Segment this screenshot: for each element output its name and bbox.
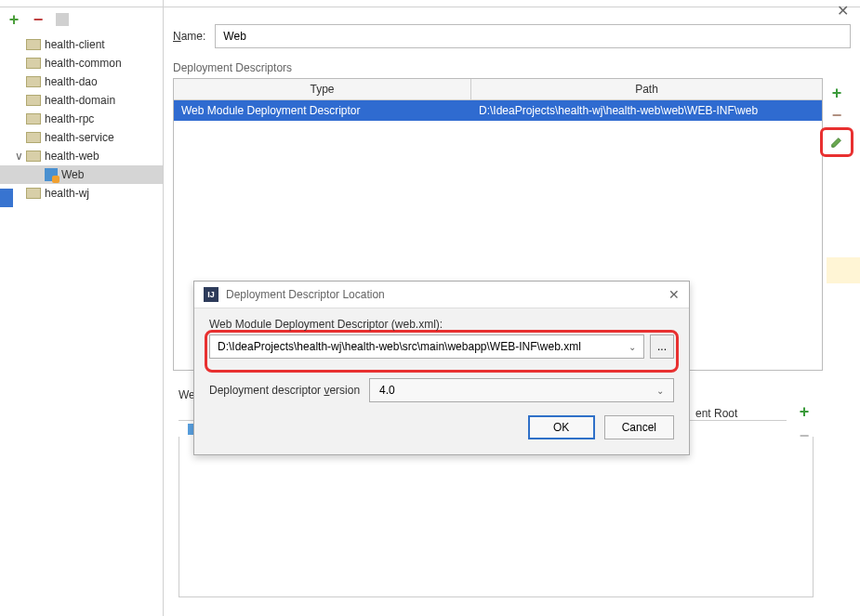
folder-icon: [26, 113, 41, 125]
intellij-icon: IJ: [204, 287, 218, 302]
tree-label: health-wj: [45, 187, 89, 200]
cell-type: Web Module Deployment Descriptor: [174, 100, 471, 121]
table-header: Type Path: [174, 79, 822, 100]
descriptors-side-buttons: + −: [823, 78, 851, 371]
tree-item-health-wj[interactable]: health-wj: [0, 184, 163, 203]
tree-label: health-domain: [45, 94, 115, 107]
facet-name-input[interactable]: [215, 24, 851, 48]
edit-button-highlight: [820, 127, 853, 157]
folder-icon: [26, 95, 41, 106]
folder-icon: [26, 151, 41, 162]
dialog-body: Web Module Deployment Descriptor (web.xm…: [194, 308, 689, 454]
dialog-buttons: OK Cancel: [209, 415, 674, 449]
tree-item-web-facet[interactable]: Web: [0, 165, 163, 184]
dialog-close-icon[interactable]: ✕: [668, 287, 680, 302]
add-module-icon[interactable]: +: [7, 13, 20, 26]
th-type: Type: [174, 79, 471, 99]
tree-selection-stripe: [0, 189, 13, 207]
descriptor-path-label: Web Module Deployment Descriptor (web.xm…: [209, 318, 674, 331]
tree-item-health-client[interactable]: health-client: [0, 35, 163, 54]
dialog-titlebar: IJ Deployment Descriptor Location ✕: [194, 282, 689, 308]
pencil-icon: [830, 136, 843, 149]
folder-icon: [26, 76, 41, 87]
tree-item-health-domain[interactable]: health-domain: [0, 91, 163, 110]
version-label: Deployment descriptor version: [209, 384, 360, 397]
folder-icon: [26, 188, 41, 199]
path-field-highlight: D:\IdeaProjects\health-wj\health-web\src…: [205, 330, 679, 373]
tree-label: health-service: [45, 131, 114, 144]
tree-item-health-rpc[interactable]: health-rpc: [0, 110, 163, 128]
tree-label: health-common: [45, 57, 122, 70]
resources-table-area: [179, 437, 814, 597]
version-combo[interactable]: 4.0 ⌄: [369, 378, 674, 402]
ok-button[interactable]: OK: [528, 415, 595, 439]
tree-item-health-common[interactable]: health-common: [0, 54, 163, 72]
add-descriptor-button[interactable]: +: [825, 83, 849, 103]
add-resource-button[interactable]: +: [792, 401, 816, 422]
folder-icon: [26, 132, 41, 143]
tree-item-health-service[interactable]: health-service: [0, 128, 163, 147]
close-icon[interactable]: ✕: [837, 2, 849, 20]
tree-label: health-web: [45, 150, 99, 163]
folder-icon: [26, 58, 41, 69]
deployment-descriptor-dialog: IJ Deployment Descriptor Location ✕ Web …: [193, 281, 690, 455]
modules-sidebar: + − health-client health-common health-d…: [0, 0, 164, 616]
deployment-descriptors-label: Deployment Descriptors: [173, 61, 851, 74]
folder-icon: [26, 39, 41, 50]
web-facet-icon: [45, 168, 58, 181]
version-value: 4.0: [379, 384, 395, 397]
module-tree: health-client health-common health-dao h…: [0, 32, 163, 206]
sidebar-toolbar: + −: [0, 7, 163, 32]
version-row: Deployment descriptor version 4.0 ⌄: [209, 378, 674, 402]
dialog-title-text: Deployment Descriptor Location: [226, 288, 385, 301]
tree-label: health-dao: [45, 75, 98, 88]
tree-item-health-dao[interactable]: health-dao: [0, 72, 163, 91]
tree-label: Web: [61, 168, 84, 181]
remove-descriptor-button[interactable]: −: [825, 105, 849, 125]
copy-icon[interactable]: [56, 13, 69, 26]
cell-path: D:\IdeaProjects\health-wj\health-web\web…: [471, 100, 822, 121]
cancel-button[interactable]: Cancel: [604, 415, 674, 439]
name-row: Name:: [173, 24, 851, 48]
table-row[interactable]: Web Module Deployment Descriptor D:\Idea…: [174, 100, 822, 121]
th-path: Path: [471, 79, 822, 99]
chevron-down-icon: ⌄: [628, 342, 636, 352]
remove-module-icon[interactable]: −: [32, 13, 45, 26]
chevron-down-icon: ⌄: [656, 386, 664, 396]
descriptor-path-value: D:\IdeaProjects\health-wj\health-web\src…: [218, 340, 581, 353]
tree-label: health-client: [45, 38, 105, 51]
name-label: Name:: [173, 30, 205, 43]
side-marker: [827, 257, 860, 283]
content-root-label-fragment: ent Root: [695, 407, 737, 420]
chevron-down-icon: ∨: [13, 150, 24, 163]
tree-item-health-web[interactable]: ∨health-web: [0, 147, 163, 165]
descriptor-path-combo[interactable]: D:\IdeaProjects\health-wj\health-web\src…: [209, 334, 644, 359]
tree-label: health-rpc: [45, 112, 94, 125]
browse-button[interactable]: ...: [650, 334, 674, 359]
edit-descriptor-button[interactable]: [825, 132, 849, 152]
